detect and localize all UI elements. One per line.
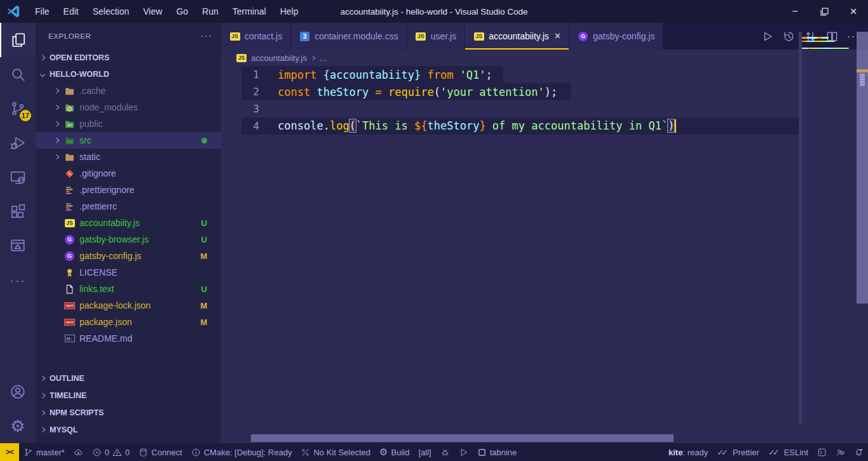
tree-item-static[interactable]: static — [36, 149, 221, 165]
section-open-editors[interactable]: OPEN EDITORS — [36, 50, 221, 66]
text-cursor — [675, 119, 676, 133]
section-outline[interactable]: OUTLINE — [36, 370, 221, 387]
markdown-icon: M↓ — [64, 333, 75, 344]
tree-item-gatsby-config-js[interactable]: Ggatsby-config.jsM — [36, 248, 221, 264]
tree-item-gatsby-browser-js[interactable]: Ggatsby-browser.jsU — [36, 231, 221, 248]
status-eslint[interactable]: ✓✓ESLint — [764, 443, 813, 461]
line-number: 1 — [221, 69, 259, 81]
tab-user-js[interactable]: JSuser.js — [407, 23, 465, 50]
sidebar-more-actions-button[interactable]: ··· — [200, 30, 212, 42]
activity-source-control[interactable]: 17 — [0, 91, 36, 126]
close-tab-icon[interactable]: × — [555, 30, 560, 42]
tree-item-label: node_modules — [79, 102, 138, 112]
vertical-scrollbar[interactable] — [857, 23, 868, 443]
status-problems[interactable]: 00 — [88, 443, 134, 461]
chevron-right-icon — [40, 427, 45, 432]
sidebar-header: EXPLORER ··· — [36, 23, 221, 50]
menu-edit[interactable]: Edit — [57, 0, 86, 23]
play-glyph-icon — [459, 448, 468, 457]
activity-cmake[interactable] — [0, 229, 36, 263]
tree-item-src[interactable]: </>src — [36, 132, 221, 149]
status-feedback[interactable] — [831, 443, 850, 461]
tab-label: contact.js — [245, 31, 282, 41]
breadcrumb-more[interactable]: … — [319, 53, 327, 63]
tab-contact-js[interactable]: JScontact.js — [221, 23, 291, 50]
tree-item-public[interactable]: public — [36, 116, 221, 132]
close-window-button[interactable]: × — [839, 0, 868, 23]
npm-icon: npm — [64, 317, 75, 328]
status-kite-status[interactable]: kite: ready — [664, 443, 712, 461]
activity-accounts[interactable] — [0, 375, 36, 409]
tree-item-node-modules[interactable]: node_modules — [36, 99, 221, 116]
status-cmake-build[interactable]: ⚙Build — [375, 443, 414, 461]
section-mysql[interactable]: MYSQL — [36, 421, 221, 438]
activity-search[interactable] — [0, 57, 36, 91]
tree-item-label: links.text — [79, 284, 114, 294]
line-number: 4 — [221, 120, 259, 132]
menu-help[interactable]: Help — [273, 0, 306, 23]
minimize-button[interactable]: − — [780, 0, 810, 23]
status-cmake-debug[interactable] — [436, 443, 454, 461]
gatsby-icon: G — [64, 234, 75, 245]
status-db-connect[interactable]: Connect — [134, 443, 186, 461]
status-git-branch[interactable]: master* — [19, 443, 69, 461]
status-notifications[interactable] — [850, 443, 868, 461]
activity-remote-explorer[interactable] — [0, 160, 36, 194]
tree-item--prettierignore[interactable]: .prettierignore — [36, 182, 221, 198]
code-editor[interactable]: 1import {accountabiity} from 'Q1';2const… — [221, 66, 799, 433]
menu-run[interactable]: Run — [195, 0, 226, 23]
css-icon: 3 — [299, 31, 310, 42]
status-output-panel[interactable] — [813, 443, 831, 461]
tab-accountabiity-js[interactable]: JSaccountabiity.js× — [465, 23, 569, 50]
status-remote-indicator[interactable]: >< — [0, 443, 19, 461]
activity-run-debug[interactable] — [0, 126, 36, 160]
tree-item--cache[interactable]: .cache — [36, 83, 221, 99]
minimap[interactable] — [802, 37, 857, 431]
tree-item-package-json[interactable]: npmpackage.jsonM — [36, 314, 221, 330]
tree-item-links-text[interactable]: links.textU — [36, 281, 221, 297]
minimap-line — [802, 41, 835, 43]
menu-terminal[interactable]: Terminal — [226, 0, 273, 23]
tab-container-module-css[interactable]: 3container.module.css — [291, 23, 407, 50]
timeline-history-button[interactable] — [780, 28, 797, 44]
section-timeline[interactable]: TIMELINE — [36, 387, 221, 404]
tree-item-readme-md[interactable]: M↓README.md — [36, 330, 221, 347]
status-build-target[interactable]: [all] — [414, 443, 435, 461]
run-file-button[interactable] — [759, 28, 775, 44]
tree-item--prettierrc[interactable]: .prettierrc — [36, 198, 221, 215]
section-label: TIMELINE — [50, 391, 86, 400]
tree-item--gitignore[interactable]: .gitignore — [36, 165, 221, 182]
section-npm-scripts[interactable]: NPM SCRIPTS — [36, 404, 221, 421]
menu-view[interactable]: View — [136, 0, 169, 23]
tree-item-package-lock-json[interactable]: npmpackage-lock.jsonM — [36, 297, 221, 314]
activity-more-views[interactable]: ··· — [0, 263, 36, 297]
double-check-icon: ✓✓ — [768, 448, 777, 457]
restore-button[interactable] — [810, 0, 839, 23]
breadcrumb-file[interactable]: accountabiity.js — [251, 53, 307, 63]
gear-icon: ⚙ — [379, 446, 388, 458]
status-bar-right: kite: ready✓✓Prettier✓✓ESLint — [664, 443, 868, 461]
status-sync[interactable] — [69, 443, 88, 461]
bell-dot-icon — [854, 448, 864, 457]
tree-item-license[interactable]: LICENSE — [36, 264, 221, 281]
menu-go[interactable]: Go — [169, 0, 195, 23]
menu-file[interactable]: File — [28, 0, 57, 23]
tab-gatsby-config-js[interactable]: Ggatsby-config.js — [569, 23, 663, 50]
status-prettier[interactable]: ✓✓Prettier — [712, 443, 764, 461]
status-cmake-kit[interactable]: No Kit Selected — [296, 443, 375, 461]
horizontal-scrollbar-thumb[interactable] — [251, 434, 674, 442]
menu-selection[interactable]: Selection — [86, 0, 137, 23]
status-label: [all] — [418, 448, 431, 457]
activity-extensions[interactable] — [0, 194, 36, 229]
activity-explorer[interactable] — [0, 23, 36, 57]
section-hello-world[interactable]: HELLO-WORLD — [36, 66, 221, 83]
status-tabnine[interactable]: tabnine — [473, 443, 522, 461]
status-cmake-run[interactable] — [454, 443, 473, 461]
tree-item-accountabiity-js[interactable]: JSaccountabiity.jsU — [36, 215, 221, 231]
js-icon: JS — [473, 31, 484, 42]
vertical-scrollbar-thumb[interactable] — [857, 32, 868, 304]
activity-settings[interactable]: ⚙ — [0, 409, 36, 443]
tabnine-icon — [477, 448, 487, 457]
tab-label: accountabiity.js — [489, 31, 549, 41]
status-cmake-status[interactable]: CMake: [Debug]: Ready — [187, 443, 297, 461]
